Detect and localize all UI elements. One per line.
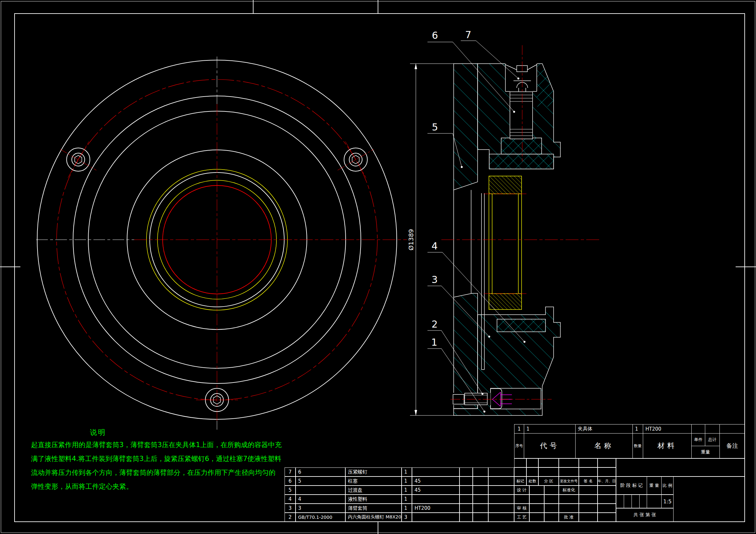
- transition-disc-upper-section: [454, 64, 477, 190]
- front-view: [36, 57, 407, 430]
- bom-seq: 4: [284, 495, 296, 504]
- rev-empty: [579, 458, 598, 468]
- bom-empty: [459, 504, 473, 513]
- rev-empty: [579, 504, 598, 513]
- bom-empty: [459, 495, 473, 504]
- screw-body: [510, 92, 532, 139]
- rev-empty: [529, 504, 544, 513]
- tb-empty: [719, 424, 745, 434]
- tb-weight-value: [647, 495, 662, 508]
- note-line: 满了液性塑料4.将工件装到薄臂套筒3上后，旋紧压紧螺钉6，通过柱塞7使液性塑料: [31, 452, 282, 466]
- bom-empty: [488, 513, 514, 522]
- thin-wall-sleeve: [484, 176, 526, 310]
- bom-code: 4: [296, 495, 345, 504]
- rev-empty: [598, 495, 616, 504]
- rev-zone: 分 区: [538, 476, 559, 486]
- tb-stage-cell: [616, 495, 624, 508]
- rev-empty: [559, 504, 579, 513]
- bom-qty: 1: [402, 504, 412, 513]
- bom-seq: 5: [284, 486, 296, 495]
- bom-empty: [473, 504, 488, 513]
- tb-empty: [691, 424, 705, 434]
- bom-empty: [488, 468, 514, 476]
- bom-empty: [459, 486, 473, 495]
- rev-empty: [579, 495, 598, 504]
- bom-code: [296, 486, 345, 495]
- bom-seq: 2: [284, 513, 296, 522]
- rev-empty: [544, 513, 559, 522]
- section-view: Ø1389 7 6 5 4 3 2: [407, 29, 600, 416]
- bom-name: 液性塑料: [345, 495, 402, 504]
- rev-empty: [538, 468, 559, 476]
- rev-empty: [514, 458, 526, 468]
- tb-header-remark: 备注: [719, 433, 745, 458]
- tb-scale: 比 例: [661, 476, 674, 495]
- tb-header-total: 总计: [705, 433, 720, 446]
- rev-empty: [529, 486, 544, 495]
- rev-empty: [598, 458, 616, 468]
- bolt-radial-centerline: [60, 149, 96, 170]
- note-line: 起直接压紧作用的是薄臂套筒3，薄臂套筒3压在夹具体1上面，在所购成的容器中充: [31, 438, 282, 452]
- tb-stage-mark: 阶 段 标 记: [616, 476, 647, 495]
- tb-scale-value: 1:5: [661, 495, 674, 508]
- rev-empty: [598, 468, 616, 476]
- transition-disc-lower-section: [454, 293, 477, 409]
- bom-material: HT200: [412, 504, 459, 513]
- bom-seq: 3: [284, 504, 296, 513]
- tb-header-weight: 重量: [691, 446, 720, 458]
- tb-part-name: 夹具体: [575, 424, 633, 434]
- tb-header-code: 代号: [524, 433, 576, 458]
- bom-empty: [459, 476, 473, 486]
- arrow-down-icon: [415, 410, 417, 416]
- rev-empty: [529, 513, 544, 522]
- dimension-text: Ø1389: [407, 229, 415, 251]
- role-audit: 审 核: [514, 504, 529, 513]
- bom-name: 压紧螺钉: [345, 468, 402, 476]
- tb-open-area: [616, 458, 745, 476]
- role-design: 设 计: [514, 486, 529, 495]
- rev-empty: [544, 495, 559, 504]
- tb-header-material: 材料: [643, 433, 692, 458]
- rev-date: 年、月、日: [598, 476, 616, 486]
- rev-change-no: 更改文件号: [559, 476, 579, 486]
- bom-qty: 1: [402, 468, 412, 476]
- rev-count: 处数: [526, 476, 538, 486]
- bom-seq: 6: [284, 476, 296, 486]
- tb-header-qty: 数量: [633, 433, 643, 458]
- rev-empty: [579, 513, 598, 522]
- bom-material: [412, 513, 459, 522]
- arrow-up-icon: [415, 64, 417, 69]
- bom-qty: 1: [402, 495, 412, 504]
- bom-material: [412, 468, 459, 476]
- role-approve: 批 准: [559, 513, 579, 522]
- rev-empty: [538, 458, 559, 468]
- callout-6-label: 6: [432, 30, 438, 41]
- tb-part-material: HT200: [643, 424, 692, 434]
- rev-empty: [544, 504, 559, 513]
- bom-name: 柱塞: [345, 476, 402, 486]
- callout-2-label: 2: [431, 318, 438, 330]
- bom-empty: [473, 476, 488, 486]
- rev-empty: [579, 486, 598, 495]
- drawing-sheet: Ø1389 7 6 5 4 3 2: [0, 0, 756, 534]
- rev-empty: [598, 513, 616, 522]
- rev-empty: [526, 458, 538, 468]
- rev-sign: 签 名: [579, 476, 598, 486]
- tb-stage-cell: [639, 495, 647, 508]
- bom-code: GB/T70.1-2000: [296, 513, 345, 522]
- bom-empty: [473, 468, 488, 476]
- rev-empty: [598, 504, 616, 513]
- screw-head: [491, 389, 502, 409]
- bolt-radial-centerline: [338, 149, 374, 170]
- bom-material: 45: [412, 476, 459, 486]
- bom-name: 过渡盘: [345, 486, 402, 495]
- tb-stage-cell: [624, 495, 632, 508]
- notes-title: 说明: [90, 428, 106, 437]
- tb-header-unit: 单件: [691, 433, 705, 446]
- bom-empty: [473, 495, 488, 504]
- bom-empty: [473, 486, 488, 495]
- tb-header-seq: 序号: [514, 433, 524, 458]
- callout-5-label: 5: [432, 121, 438, 133]
- rev-empty: [579, 468, 598, 476]
- bom-empty: [488, 486, 514, 495]
